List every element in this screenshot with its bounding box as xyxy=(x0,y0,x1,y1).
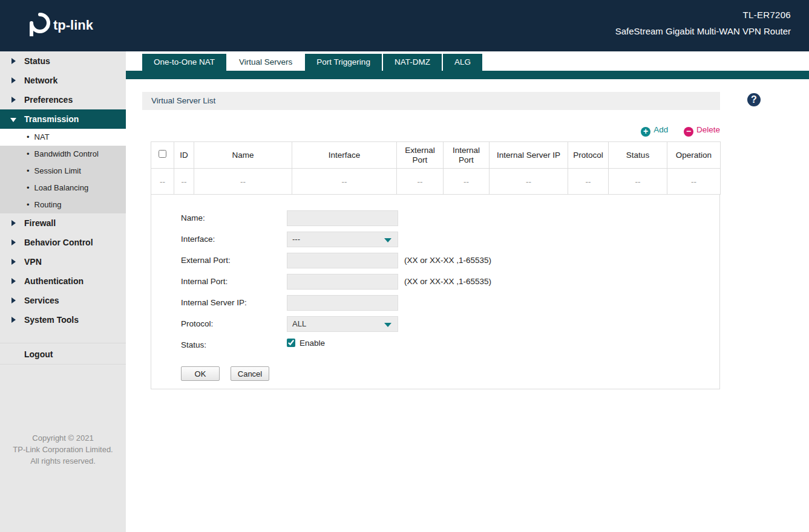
sidebar-item-label: Status xyxy=(24,56,50,66)
sidebar-item-label: VPN xyxy=(24,257,42,267)
chevron-right-icon xyxy=(11,259,16,265)
help-icon[interactable]: ? xyxy=(747,93,761,106)
interface-select[interactable]: --- xyxy=(287,232,398,247)
submenu-label: Session Limit xyxy=(34,166,81,175)
sidebar-item-services[interactable]: Services xyxy=(0,291,126,310)
internal-port-input[interactable] xyxy=(287,274,398,290)
name-input[interactable] xyxy=(287,210,398,226)
internal-server-ip-label: Internal Server IP: xyxy=(181,298,247,307)
cancel-button[interactable]: Cancel xyxy=(231,366,269,381)
chevron-right-icon xyxy=(11,317,16,323)
sidebar-item-system-tools[interactable]: System Tools xyxy=(0,310,126,329)
virtual-server-table: ID Name Interface External Port Internal… xyxy=(151,141,721,195)
internal-server-ip-input[interactable] xyxy=(287,295,398,311)
sidebar-subitem-nat[interactable]: •NAT xyxy=(0,129,126,146)
sidebar-item-label: Behavior Control xyxy=(24,238,93,247)
sidebar-item-authentication[interactable]: Authentication xyxy=(0,271,126,291)
chevron-right-icon xyxy=(11,97,16,103)
tab-alg[interactable]: ALG xyxy=(443,54,482,71)
chevron-down-icon xyxy=(10,118,16,122)
app-header: tp-link TL-ER7206 SafeStream Gigabit Mul… xyxy=(0,0,809,51)
col-header-status: Status xyxy=(609,142,667,169)
dropdown-caret-icon xyxy=(384,323,391,327)
delete-button[interactable]: −Delete xyxy=(684,125,720,137)
external-port-input[interactable] xyxy=(287,253,398,268)
ok-button[interactable]: OK xyxy=(181,366,220,381)
dropdown-caret-icon xyxy=(384,238,391,242)
form-row-status: Status: Enable xyxy=(151,335,719,356)
col-header-protocol: Protocol xyxy=(568,142,609,169)
tab-underline-band xyxy=(126,71,809,79)
submenu-label: Bandwidth Control xyxy=(34,149,99,158)
copyright: Copyright © 2021 TP-Link Corporation Lim… xyxy=(0,432,126,467)
svg-text:tp-link: tp-link xyxy=(53,18,94,33)
sidebar-subitem-session-limit[interactable]: •Session Limit xyxy=(0,163,126,180)
main-content: One-to-One NATVirtual ServersPort Trigge… xyxy=(126,51,809,532)
enable-checkbox-label: Enable xyxy=(300,339,325,348)
col-header-id: ID xyxy=(174,142,194,169)
sidebar-item-vpn[interactable]: VPN xyxy=(0,252,126,271)
add-icon: + xyxy=(641,127,650,137)
sidebar: Status Network Preferences Transmission … xyxy=(0,51,126,532)
chevron-right-icon xyxy=(11,297,16,303)
delete-icon: − xyxy=(684,127,693,137)
bullet-icon: • xyxy=(27,200,30,209)
form-row-internal-port: Internal Port: (XX or XX-XX ,1-65535) xyxy=(151,271,719,293)
row-cell: -- xyxy=(490,169,568,195)
device-description: SafeStream Gigabit Multi-WAN VPN Router xyxy=(615,26,791,36)
sidebar-item-firewall[interactable]: Firewall xyxy=(0,213,126,233)
sidebar-item-label: System Tools xyxy=(24,315,79,325)
sidebar-subitem-load-balancing[interactable]: •Load Balancing xyxy=(0,180,126,196)
row-cell: -- xyxy=(292,169,397,195)
chevron-right-icon xyxy=(11,58,16,64)
col-header-external-port: External Port xyxy=(397,142,444,169)
name-label: Name: xyxy=(181,213,205,222)
sidebar-item-status[interactable]: Status xyxy=(0,51,126,71)
row-cell: -- xyxy=(609,169,667,195)
row-cell: -- xyxy=(397,169,444,195)
sidebar-item-network[interactable]: Network xyxy=(0,71,126,90)
internal-port-label: Internal Port: xyxy=(181,277,228,286)
external-port-hint: (XX or XX-XX ,1-65535) xyxy=(404,256,491,265)
select-all-checkbox[interactable] xyxy=(159,150,166,158)
sidebar-item-label: Authentication xyxy=(24,276,84,286)
form-row-protocol: Protocol: ALL xyxy=(151,314,719,335)
copyright-line: Copyright © 2021 xyxy=(0,432,126,444)
enable-checkbox[interactable] xyxy=(287,339,295,347)
form-row-external-port: External Port: (XX or XX-XX ,1-65535) xyxy=(151,250,719,271)
tab-port-triggering[interactable]: Port Triggering xyxy=(305,54,382,71)
col-header-name: Name xyxy=(194,142,292,169)
table-row: -- -- -- -- -- -- -- -- -- -- xyxy=(151,169,721,195)
form-row-name: Name: xyxy=(151,208,719,229)
interface-label: Interface: xyxy=(181,235,215,244)
sidebar-item-preferences[interactable]: Preferences xyxy=(0,90,126,109)
tp-link-logo-icon: tp-link xyxy=(29,11,108,39)
bullet-icon: • xyxy=(27,166,30,175)
logout-button[interactable]: Logout xyxy=(0,343,126,365)
sidebar-item-label: Preferences xyxy=(24,95,73,105)
chevron-right-icon xyxy=(11,239,16,245)
sidebar-subitem-routing[interactable]: •Routing xyxy=(0,196,126,213)
chevron-right-icon xyxy=(11,77,16,83)
copyright-line: TP-Link Corporation Limited. xyxy=(0,444,126,455)
row-cell: -- xyxy=(174,169,194,195)
sidebar-item-label: Firewall xyxy=(24,218,56,228)
add-button[interactable]: +Add xyxy=(641,125,668,137)
table-actions: +Add −Delete xyxy=(142,125,720,137)
sidebar-subitem-bandwidth-control[interactable]: •Bandwidth Control xyxy=(0,146,126,163)
tab-one-to-one-nat[interactable]: One-to-One NAT xyxy=(142,54,226,71)
table-header-row: ID Name Interface External Port Internal… xyxy=(151,142,721,169)
tab-nat-dmz[interactable]: NAT-DMZ xyxy=(383,54,442,71)
submenu-label: NAT xyxy=(34,132,50,141)
add-label: Add xyxy=(653,125,668,134)
add-entry-form: Name: Interface: --- External Port: (XX … xyxy=(151,194,720,389)
sidebar-item-transmission[interactable]: Transmission xyxy=(0,109,126,129)
chevron-right-icon xyxy=(11,220,16,226)
sidebar-item-behavior-control[interactable]: Behavior Control xyxy=(0,233,126,252)
bullet-icon: • xyxy=(27,132,30,141)
sidebar-item-label: Transmission xyxy=(24,114,79,124)
chevron-right-icon xyxy=(11,278,16,284)
protocol-select[interactable]: ALL xyxy=(287,316,398,332)
form-row-internal-server-ip: Internal Server IP: xyxy=(151,293,719,314)
row-cell: -- xyxy=(194,169,292,195)
